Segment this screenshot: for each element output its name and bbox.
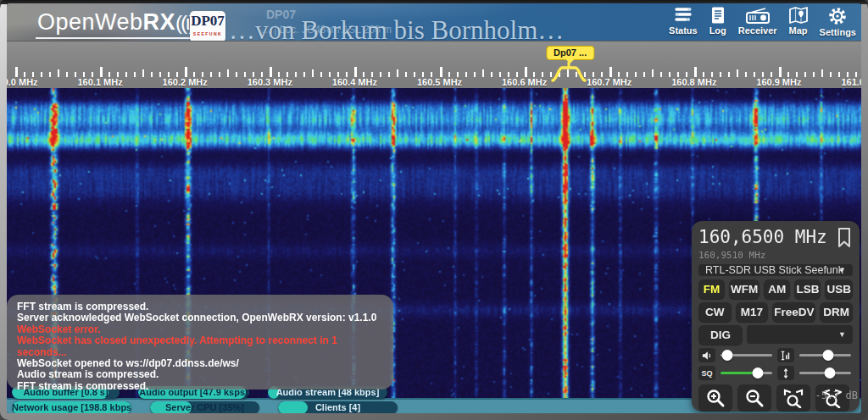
minor-tick (303, 72, 305, 77)
waterfall-min-slider[interactable] (798, 366, 853, 380)
zoom-in-button[interactable] (698, 384, 732, 411)
scale-label: 160.8 MHz (671, 77, 716, 87)
nav-status[interactable]: Status (669, 6, 698, 37)
dig-mode-button[interactable]: DIG (698, 325, 743, 345)
mode-button-fm[interactable]: FM (698, 279, 725, 299)
signal-level-db: -5.7 dB (815, 390, 858, 401)
scale-label: 160.9 MHz (756, 77, 801, 87)
nav-map[interactable]: Map (788, 6, 809, 37)
scale-label: 160.6 MHz (502, 77, 547, 87)
mode-button-cw[interactable]: CW (698, 302, 732, 322)
waterfall-default-icon (781, 368, 791, 379)
nav-label: Status (669, 25, 698, 36)
nav-receiver[interactable]: Receiver (738, 6, 777, 37)
zoom-in-icon (705, 388, 726, 408)
dig-select[interactable]: ▼ (747, 325, 853, 344)
nav-label: Settings (820, 27, 856, 37)
minor-tick (388, 72, 390, 77)
minor-tick (838, 72, 840, 77)
minor-tick (491, 72, 492, 77)
header: OpenWebRX((ι)) DP07 SEEFUNK DP07 … | Loc… (7, 3, 861, 41)
minor-tick (482, 69, 484, 77)
minor-tick (660, 72, 662, 77)
station-title: …von Borkum bis Bornholm… (229, 15, 564, 41)
waterfall-auto-icon (781, 351, 791, 361)
logo-rx: RX (143, 9, 176, 35)
scale-label: 161.0 MHz (841, 77, 861, 87)
mode-button-am[interactable]: AM (764, 279, 790, 299)
minor-tick (499, 72, 501, 77)
minor-tick (465, 72, 467, 77)
squelch-slider[interactable] (719, 366, 774, 380)
top-nav: StatusLogReceiverMapSettings (669, 6, 856, 37)
minor-tick (635, 72, 637, 77)
zoom-in-total-button[interactable] (776, 384, 810, 411)
mode-button-freedv[interactable]: FreeDV (772, 302, 815, 322)
status-bar-clients: Clients [4] (278, 401, 398, 413)
log-line-error: WebSocket has closed unexpectedly. Attem… (17, 335, 383, 358)
mute-button[interactable] (698, 348, 715, 362)
passband-indicator[interactable] (550, 60, 587, 86)
openwebrx-logo[interactable]: OpenWebRX((ι)) (36, 9, 203, 39)
mode-button-drm[interactable]: DRM (820, 302, 853, 322)
status-icon (673, 6, 693, 25)
mode-button-usb[interactable]: USB (825, 279, 853, 299)
minor-tick (804, 72, 806, 77)
minor-tick (830, 72, 832, 77)
profile-select-value: RTL-SDR USB Stick Seefunk (705, 264, 843, 276)
nav-log[interactable]: Log (709, 6, 727, 37)
status-bar-label: Server CPU [35%] (150, 401, 259, 413)
minor-tick (66, 72, 68, 77)
chevron-down-icon: ▼ (838, 266, 846, 274)
minor-tick (295, 72, 297, 77)
receiver-icon (745, 6, 771, 25)
status-bar-label: Network usage [198.8 kbps] (12, 401, 131, 413)
minor-tick (159, 72, 161, 77)
major-tick (609, 67, 612, 77)
nav-settings[interactable]: Settings (820, 6, 856, 37)
minor-tick (227, 69, 229, 77)
major-tick (525, 67, 527, 77)
minor-tick (414, 72, 415, 77)
minor-tick (643, 72, 645, 77)
log-line: WebSocket opened to ws://dp07.ddnss.de/w… (17, 358, 383, 369)
minor-tick (669, 72, 670, 77)
minor-tick (210, 72, 212, 77)
minor-tick (219, 72, 220, 77)
squelch-button[interactable]: SQ (698, 366, 715, 380)
log-line: FFT stream is compressed. (17, 301, 383, 312)
mode-buttons-row1: FMWFMAMLSBUSB (698, 279, 853, 299)
zoom-out-icon (744, 388, 765, 408)
log-line-error: WebSocket error. (17, 324, 383, 335)
major-tick (270, 67, 272, 77)
minor-tick (58, 69, 59, 77)
zoom-out-button[interactable] (737, 384, 771, 411)
waterfall-auto-adjust-button[interactable] (777, 348, 794, 362)
nav-label: Receiver (738, 25, 777, 36)
volume-slider[interactable] (719, 348, 774, 362)
minor-tick (151, 72, 153, 77)
minor-tick (142, 69, 144, 77)
openwebrx-app: OpenWebRX((ι)) DP07 SEEFUNK DP07 … | Loc… (7, 3, 861, 413)
waterfall-max-slider[interactable] (798, 348, 853, 362)
bookmark-icon[interactable] (836, 227, 853, 249)
frequency-scale[interactable]: 160.0 MHz160.1 MHz160.2 MHz160.3 MHz160.… (7, 41, 861, 88)
mode-button-lsb[interactable]: LSB (794, 279, 821, 299)
minor-tick (134, 72, 136, 77)
tuned-frequency[interactable]: 160,6500 MHz (698, 227, 827, 247)
major-tick (779, 67, 782, 77)
waterfall-default-button[interactable] (777, 366, 794, 380)
minor-tick (397, 69, 398, 77)
minor-tick (821, 69, 823, 77)
mode-button-m17[interactable]: M17 (736, 302, 769, 322)
minor-tick (405, 72, 407, 77)
dp07-logo-badge[interactable]: DP07 SEEFUNK (190, 11, 225, 41)
bookmark-dp07[interactable]: Dp07 ... (546, 46, 594, 60)
minor-tick (380, 72, 381, 77)
minor-tick (244, 72, 246, 77)
mode-button-wfm[interactable]: WFM (729, 279, 760, 299)
settings-icon (827, 6, 848, 26)
profile-select[interactable]: RTL-SDR USB Stick Seefunk ▼ (698, 264, 853, 276)
scale-ticks (7, 67, 861, 77)
major-tick (185, 67, 187, 77)
